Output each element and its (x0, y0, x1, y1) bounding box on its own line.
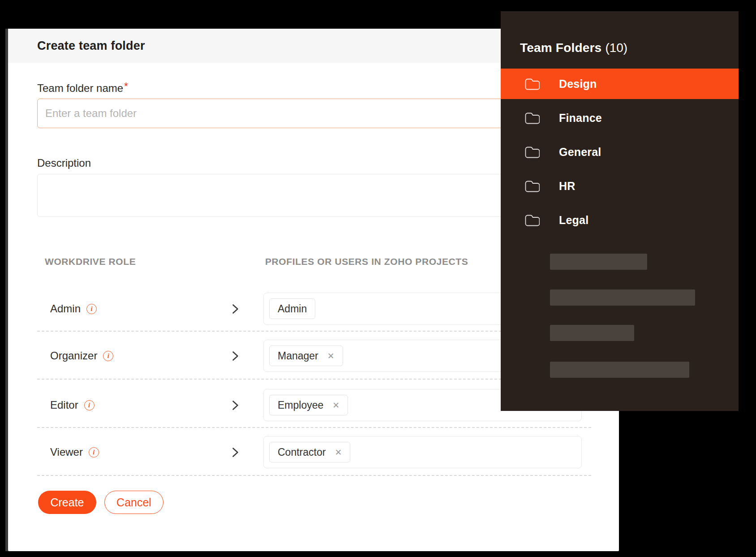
info-icon[interactable]: i (86, 304, 97, 314)
loading-placeholder-bar (550, 325, 634, 341)
remove-tag-icon[interactable]: ✕ (335, 448, 342, 457)
folder-label: Design (559, 78, 597, 91)
chevron-right-icon[interactable] (232, 389, 239, 421)
profiles-users-header: PROFILES OR USERS IN ZOHO PROJECTS (265, 256, 468, 267)
folder-icon (524, 213, 540, 227)
required-asterisk: * (124, 81, 128, 92)
profile-tag: Employee✕ (269, 395, 348, 415)
folder-label: Finance (559, 112, 602, 125)
info-icon[interactable]: i (84, 400, 94, 410)
team-folders-panel: Team Folders(10) Design Finance General … (501, 11, 739, 411)
workdrive-role-header: WORKDRIVE ROLE (45, 256, 136, 267)
folder-icon (524, 145, 540, 159)
profile-tag: Contractor✕ (269, 442, 350, 462)
folder-item-legal[interactable]: Legal (501, 205, 739, 235)
info-icon[interactable]: i (103, 351, 113, 361)
dialog-title: Create team folder (37, 39, 145, 53)
folder-item-design[interactable]: Design (501, 69, 739, 99)
folder-item-general[interactable]: General (501, 137, 739, 167)
row-divider (37, 475, 591, 476)
create-button[interactable]: Create (38, 491, 96, 514)
team-folder-name-input[interactable] (37, 99, 582, 128)
profile-tag: Admin (269, 298, 315, 319)
profiles-field[interactable]: Contractor✕ (263, 436, 582, 468)
profile-tag: Manager✕ (269, 345, 343, 366)
role-name: Viewer (50, 446, 83, 458)
remove-tag-icon[interactable]: ✕ (327, 352, 335, 360)
chevron-right-icon[interactable] (232, 436, 239, 468)
folder-label: HR (559, 180, 576, 193)
loading-placeholder-bar (550, 289, 695, 306)
chevron-right-icon[interactable] (232, 293, 239, 325)
folder-icon (524, 77, 540, 91)
role-name: Editor (50, 399, 78, 411)
loading-placeholder-bar (550, 362, 689, 378)
description-label: Description (37, 157, 91, 169)
loading-placeholder-bar (550, 254, 647, 270)
description-input[interactable] (37, 174, 582, 217)
folder-label: Legal (559, 214, 588, 227)
folder-item-finance[interactable]: Finance (501, 103, 739, 133)
role-name: Admin (50, 302, 81, 315)
folder-icon (524, 179, 540, 193)
role-name: Organizer (50, 350, 97, 362)
remove-tag-icon[interactable]: ✕ (332, 401, 339, 410)
row-divider (37, 427, 591, 428)
role-row-viewer: Viewer i Contractor✕ (8, 436, 619, 468)
team-folder-name-label: Team folder name* (37, 81, 128, 95)
folder-label: General (559, 146, 601, 159)
screen: { "colors": { "accent": "#FA4A16", "side… (0, 0, 756, 557)
folder-icon (524, 111, 540, 125)
cancel-button[interactable]: Cancel (104, 491, 163, 514)
folder-item-hr[interactable]: HR (501, 171, 739, 201)
info-icon[interactable]: i (89, 447, 99, 458)
chevron-right-icon[interactable] (232, 340, 239, 372)
team-folders-title: Team Folders(10) (520, 41, 627, 55)
